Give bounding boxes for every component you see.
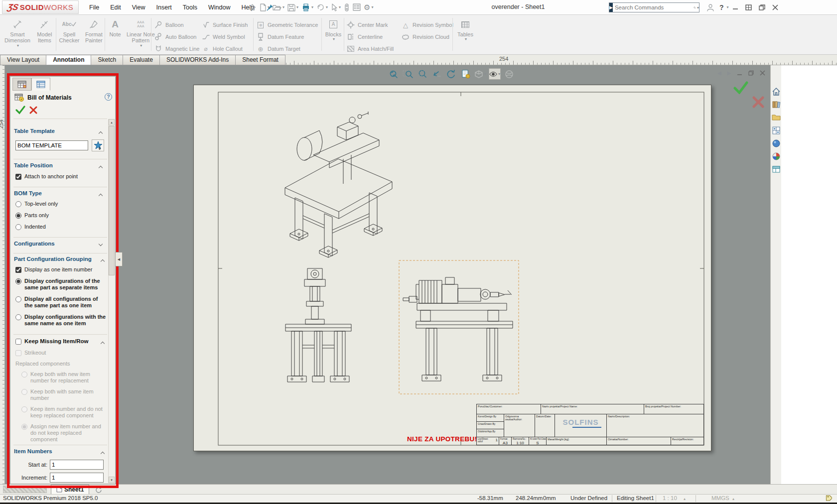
help-dropdown-icon[interactable]: ▾ bbox=[727, 5, 729, 9]
selection-box[interactable] bbox=[399, 260, 519, 394]
display-style-button[interactable]: ▾ bbox=[474, 68, 486, 80]
status-scale[interactable]: 1 : 10 bbox=[663, 495, 677, 501]
design-library-icon[interactable] bbox=[772, 100, 781, 109]
note-button[interactable]: A Note bbox=[107, 16, 124, 53]
assign-new-number-radio[interactable] bbox=[21, 424, 27, 430]
item-numbers-collapse-icon[interactable] bbox=[101, 452, 105, 456]
tab-evaluate[interactable]: Evaluate bbox=[123, 55, 160, 65]
close-button[interactable] bbox=[772, 4, 778, 10]
pm-scrollbar[interactable]: ▴ ▾ bbox=[108, 119, 115, 483]
top-level-only-radio[interactable] bbox=[15, 201, 21, 207]
area-hatch-button[interactable]: Area Hatch/Fill bbox=[346, 43, 394, 55]
home-button[interactable] bbox=[248, 3, 257, 11]
balloon-button[interactable]: Balloon bbox=[153, 19, 200, 31]
status-units[interactable]: MMGS bbox=[711, 495, 729, 501]
options-button[interactable]: ⚙▾ bbox=[364, 3, 373, 12]
keep-both-same-number-radio[interactable] bbox=[21, 389, 27, 395]
magnifier-tool-icon[interactable] bbox=[344, 3, 350, 11]
section-part-config-grouping-header[interactable]: Part Configuration Grouping bbox=[14, 256, 92, 263]
select-dropdown-icon[interactable]: ▾ bbox=[339, 5, 341, 9]
section-item-numbers-header[interactable]: Item Numbers bbox=[14, 448, 52, 455]
center-mark-button[interactable]: Center Mark bbox=[346, 19, 394, 31]
pm-cancel-button[interactable] bbox=[29, 106, 37, 114]
section-keep-missing-header[interactable]: Keep Missing Item/Row bbox=[15, 338, 88, 345]
menu-file[interactable]: File bbox=[89, 4, 99, 11]
bom-type-collapse-icon[interactable] bbox=[99, 194, 103, 198]
menu-insert[interactable]: Insert bbox=[156, 4, 172, 11]
undo-dropdown-icon[interactable]: ▾ bbox=[326, 5, 328, 9]
previous-sheet-arrow[interactable]: ◀ bbox=[717, 70, 721, 76]
search-scope-icon[interactable]: ▶ bbox=[609, 3, 613, 12]
menu-view[interactable]: View bbox=[132, 4, 145, 11]
status-tag-icon[interactable] bbox=[825, 495, 832, 502]
part-config-grouping-collapse-icon[interactable] bbox=[101, 259, 105, 263]
keep-item-number-radio[interactable] bbox=[21, 406, 27, 412]
drawing-sheet[interactable]: NIJE ZA UPOTREBU! Poručilac/Customer: Na… bbox=[193, 85, 711, 451]
open-table-template-button[interactable] bbox=[92, 139, 104, 151]
child-restore-button[interactable] bbox=[748, 70, 754, 76]
tab-view-layout[interactable]: View Layout bbox=[0, 55, 46, 65]
menu-edit[interactable]: Edit bbox=[110, 4, 121, 11]
minimize-button[interactable] bbox=[732, 4, 738, 10]
menu-tools[interactable]: Tools bbox=[183, 4, 197, 11]
undo-button[interactable]: ▾ bbox=[316, 3, 328, 11]
confirm-ok-check[interactable] bbox=[733, 81, 748, 94]
weld-symbol-button[interactable]: Weld Symbol bbox=[201, 31, 248, 43]
keep-missing-collapse-icon[interactable] bbox=[101, 342, 105, 346]
view-settings-dropdown-icon[interactable]: ▾ bbox=[498, 72, 500, 76]
strikeout-checkbox[interactable] bbox=[15, 350, 21, 356]
magnetic-line-button[interactable]: Magnetic Line bbox=[153, 43, 200, 55]
help-button[interactable]: ? bbox=[719, 3, 724, 11]
select-button[interactable]: ▾ bbox=[331, 3, 341, 11]
save-button[interactable]: ▾ bbox=[287, 3, 298, 11]
smart-dimension-button[interactable]: Smart Dimension ▾ bbox=[3, 16, 32, 53]
open-button[interactable]: ▾ bbox=[273, 3, 284, 11]
model-items-button[interactable]: Model Items bbox=[33, 16, 55, 53]
solidworks-resources-icon[interactable] bbox=[772, 87, 781, 96]
zoom-magnifier-button[interactable] bbox=[417, 68, 428, 80]
centerline-button[interactable]: Centerline bbox=[346, 31, 394, 43]
blocks-button[interactable]: A Blocks ▾ bbox=[323, 16, 343, 53]
print-button[interactable]: ▾ bbox=[301, 3, 313, 11]
tab-solidworks-add-ins[interactable]: SOLIDWORKS Add-Ins bbox=[160, 55, 236, 65]
options-dropdown-icon[interactable]: ▾ bbox=[372, 5, 374, 9]
section-table-position-header[interactable]: Table Position bbox=[14, 162, 53, 169]
rotate-view-button[interactable] bbox=[445, 68, 457, 80]
keep-both-new-number-radio[interactable] bbox=[21, 372, 27, 378]
scale-dropdown-icon[interactable]: ▴ bbox=[684, 497, 686, 501]
print-dropdown-icon[interactable]: ▾ bbox=[311, 5, 313, 9]
section-configurations-header[interactable]: Configurations bbox=[14, 241, 55, 248]
zoom-to-fit-button[interactable] bbox=[388, 68, 400, 80]
fullscreen-button[interactable] bbox=[745, 4, 752, 10]
table-template-input[interactable] bbox=[15, 140, 88, 150]
open-dropdown-icon[interactable]: ▾ bbox=[282, 5, 284, 9]
gear-icon[interactable]: ⚙ bbox=[364, 3, 370, 12]
revision-cloud-button[interactable]: Revision Cloud bbox=[401, 31, 453, 43]
tab-annotation[interactable]: Annotation bbox=[46, 55, 91, 65]
restore-button[interactable] bbox=[759, 4, 765, 10]
hole-callout-button[interactable]: ⌀Hole Callout bbox=[201, 43, 248, 55]
smart-dimension-dropdown-icon[interactable]: ▾ bbox=[17, 44, 19, 48]
table-template-collapse-icon[interactable] bbox=[99, 131, 103, 135]
zoom-to-area-button[interactable] bbox=[402, 68, 414, 80]
tab-sketch[interactable]: Sketch bbox=[91, 55, 123, 65]
confirm-cancel-x[interactable] bbox=[752, 96, 764, 108]
pm-scroll-down-arrow[interactable]: ▾ bbox=[109, 477, 115, 483]
grouping-separate-items-radio[interactable] bbox=[15, 278, 21, 284]
grouping-all-configs-radio[interactable] bbox=[15, 296, 21, 302]
sheet-properties-button[interactable] bbox=[460, 68, 472, 80]
configurations-expand-icon[interactable] bbox=[99, 242, 103, 246]
new-document-dropdown-icon[interactable]: ▾ bbox=[268, 5, 270, 9]
section-table-template-header[interactable]: Table Template bbox=[14, 128, 55, 135]
pm-ok-button[interactable] bbox=[15, 106, 25, 115]
search-icon[interactable] bbox=[694, 4, 696, 11]
start-at-input[interactable] bbox=[50, 460, 104, 470]
menu-window[interactable]: Window bbox=[208, 4, 230, 11]
properties-button[interactable] bbox=[353, 3, 361, 11]
linear-note-pattern-button[interactable]: AAAAAA Linear Note Pattern ▾ bbox=[125, 16, 156, 53]
pm-scroll-thumb[interactable] bbox=[109, 126, 115, 275]
custom-properties-icon[interactable] bbox=[772, 165, 781, 174]
units-dropdown-icon[interactable]: ▴ bbox=[732, 497, 734, 501]
surface-finish-button[interactable]: Surface Finish bbox=[201, 19, 248, 31]
pm-scroll-up-arrow[interactable]: ▴ bbox=[109, 119, 115, 126]
